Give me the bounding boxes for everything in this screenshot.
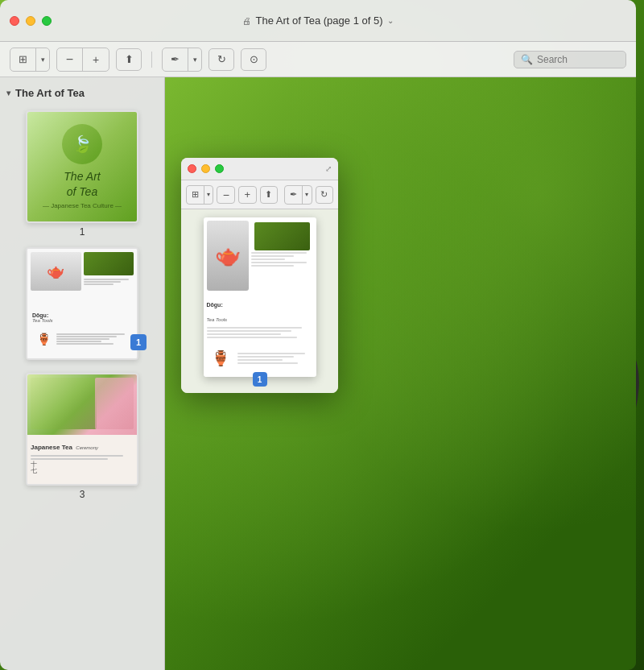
pen-button[interactable]: ✒ [163, 48, 188, 71]
mini-line-5 [251, 265, 295, 267]
sidebar-chevron-icon: ▾ [6, 89, 10, 97]
sidebar-dropdown-button[interactable]: ▾ [36, 48, 49, 71]
page-1-subtitle: — Japanese Tea Culture — [43, 202, 122, 209]
share-button[interactable]: ⬆ [116, 48, 142, 71]
mini-minimize-button[interactable] [201, 164, 210, 173]
mini-page-kettle-img: 🫖 [207, 221, 249, 291]
mini-zoom-out-button[interactable]: − [217, 186, 235, 204]
mini-resize-icon: ⤢ [325, 164, 332, 173]
mini-content-wrapper: 🫖 [204, 217, 316, 385]
page-2-vase: 🏺 [32, 325, 55, 354]
mini-page-badge: 1 [253, 372, 267, 387]
search-icon: 🔍 [521, 54, 533, 65]
mini-line-2 [251, 255, 295, 257]
zoom-group: − + [56, 48, 109, 72]
mini-page-bottom-text [237, 342, 313, 374]
close-button[interactable] [10, 16, 19, 26]
maximize-button[interactable] [42, 16, 52, 26]
mini-sidebar-button[interactable]: ⊞ [187, 186, 204, 204]
mini-pen-button[interactable]: ✒ [285, 186, 303, 204]
mini-line-3 [251, 258, 285, 260]
main-content: ▾ The Art of Tea 🍃 The Artof Tea — Japan… [0, 77, 636, 670]
page-2-right [84, 252, 134, 291]
mini-page-preview: 🫖 [204, 217, 316, 377]
rotate-button[interactable]: ↻ [208, 48, 234, 71]
page-3-photo [27, 374, 137, 435]
zoom-in-button[interactable]: + [83, 48, 109, 71]
mini-maximize-button[interactable] [215, 164, 224, 173]
page-2-badge: 1 [130, 334, 147, 350]
mini-title-bar: ⤢ [181, 158, 338, 180]
pen-dropdown-button[interactable]: ▾ [188, 48, 201, 71]
mini-page-lines [207, 327, 313, 338]
mini-pen-group: ✒ ▾ [284, 185, 312, 205]
page-2-kettle: 🫖 [31, 252, 81, 291]
pen-group: ✒ ▾ [162, 48, 202, 72]
mini-page-subtitle: Tea Tools [207, 317, 228, 322]
mini-page-inner: 🫖 [204, 217, 316, 377]
minimize-button[interactable] [26, 16, 35, 26]
sidebar-header[interactable]: ▾ The Art of Tea [0, 84, 164, 105]
main-window: 🖨 The Art of Tea (page 1 of 5) ⌄ ⊞ ▾ − +… [0, 0, 636, 670]
search-input[interactable] [537, 54, 619, 65]
mini-page-vase: 🏺 [207, 342, 235, 374]
page-3-subtitle: Ceremony [76, 445, 98, 450]
mini-line-1 [251, 252, 307, 254]
sidebar: ▾ The Art of Tea 🍃 The Artof Tea — Japan… [0, 77, 165, 670]
page-3-title: Japanese Tea [31, 444, 72, 451]
page-3-thumbnail[interactable]: Japanese Tea Ceremony 十 七 3 [0, 368, 164, 505]
page-1-title: The Artof Tea [64, 169, 100, 198]
content-area: ⤢ ⊞ ▾ − + ⬆ ✒ ▾ ↻ [165, 77, 636, 670]
title-bar: 🖨 The Art of Tea (page 1 of 5) ⌄ [0, 0, 636, 42]
page-1-label: 1 [80, 226, 85, 238]
mini-sidebar-group: ⊞ ▾ [186, 185, 213, 205]
mini-page-title: Dōgu: [207, 302, 223, 308]
mini-share-button[interactable]: ⬆ [260, 186, 279, 204]
page-1-image: 🍃 The Artof Tea — Japanese Tea Culture — [26, 110, 138, 223]
mini-page-top: 🫖 [204, 217, 316, 294]
search-box: 🔍 [514, 51, 626, 68]
mini-pen-dropdown[interactable]: ▾ [303, 186, 311, 204]
page-2-text-lines [56, 325, 132, 354]
title-chevron-icon[interactable]: ⌄ [387, 16, 394, 25]
page-1-cover: 🍃 The Artof Tea — Japanese Tea Culture — [27, 112, 137, 221]
page-2-title: Dōgu: [32, 312, 132, 318]
mini-window-controls [188, 164, 224, 173]
mini-line-4 [251, 262, 307, 263]
page-3-content: Japanese Tea Ceremony 十 七 [27, 374, 137, 484]
page-3-text: Japanese Tea Ceremony 十 七 [27, 435, 137, 484]
page-2-thumbnail[interactable]: 🫖 Dōgu: [0, 242, 164, 368]
page-3-image: Japanese Tea Ceremony 十 七 [26, 373, 138, 486]
sidebar-toggle-group: ⊞ ▾ [10, 48, 50, 72]
page-1-thumbnail[interactable]: 🍃 The Artof Tea — Japanese Tea Culture —… [0, 105, 164, 242]
page-2-content: 🫖 Dōgu: [27, 249, 137, 358]
mini-close-button[interactable] [188, 164, 196, 173]
window-title: 🖨 The Art of Tea (page 1 of 5) ⌄ [242, 14, 393, 27]
mini-page-middle: Dōgu: Tea Tools [204, 294, 316, 340]
title-text: The Art of Tea (page 1 of 5) [255, 14, 382, 27]
page-3-label: 3 [80, 489, 85, 500]
toolbar: ⊞ ▾ − + ⬆ ✒ ▾ ↻ ⊙ 🔍 [0, 42, 636, 77]
window-controls [10, 16, 52, 26]
mini-zoom-in-button[interactable]: + [238, 186, 257, 204]
mini-sidebar-dropdown[interactable]: ▾ [204, 186, 213, 204]
mini-rotate-button[interactable]: ↻ [316, 186, 334, 204]
sidebar-toggle-button[interactable]: ⊞ [10, 48, 36, 71]
mini-page-green [254, 222, 310, 250]
mini-content: 🫖 [181, 209, 338, 393]
mini-window: ⤢ ⊞ ▾ − + ⬆ ✒ ▾ ↻ [181, 158, 338, 393]
mini-toolbar: ⊞ ▾ − + ⬆ ✒ ▾ ↻ [181, 180, 338, 209]
printer-icon: 🖨 [242, 16, 251, 26]
mini-page-right [251, 221, 313, 291]
zoom-out-button[interactable]: − [57, 48, 83, 71]
toolbar-separator [151, 52, 152, 68]
page-2-image: 🫖 Dōgu: [26, 247, 138, 360]
sidebar-title: The Art of Tea [15, 87, 85, 99]
annotate-button[interactable]: ⊙ [241, 48, 266, 71]
